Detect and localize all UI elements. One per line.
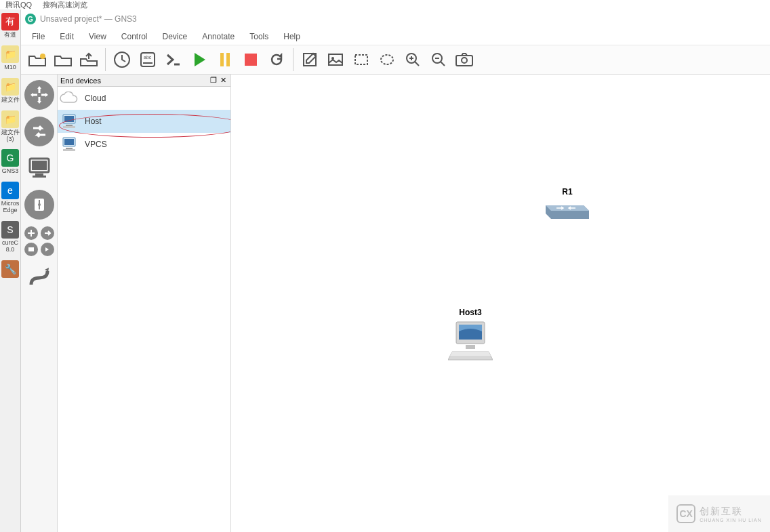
toolbar-rectangle-icon[interactable] [349,47,373,72]
router-icon [543,199,592,223]
desktop-icon[interactable]: ScureC 8.0 [1,221,20,253]
svg-rect-26 [63,126,75,128]
host-icon [448,319,493,363]
device-toolbar [21,75,58,532]
title-bar: G Unsaved project* — GNS3 [21,9,770,28]
toolbar-screenshot-icon[interactable] [452,47,477,72]
device-mini-group [24,226,54,256]
toolbar-separator [293,48,293,71]
browser-tab[interactable]: 搜狗高速浏览 [37,0,93,9]
device-item-cloud[interactable]: Cloud [58,87,230,110]
toolbar-export-icon[interactable] [77,47,101,72]
desktop-icon[interactable]: 📁建文件 (3) [1,110,20,143]
toolbar-zoom-out-icon[interactable] [426,47,451,72]
panel-close-icon[interactable]: ✕ [218,76,228,85]
menubar: File Edit View Control Device Annotate T… [21,28,770,45]
watermark-sub: CHUANG XIN HU LIAN [700,518,762,523]
toolbar-config-icon[interactable]: abc [136,47,160,72]
device-link-icon[interactable] [24,263,54,293]
device-mini-icon[interactable] [24,226,38,240]
toolbar-play-icon[interactable] [187,47,211,72]
menu-edit[interactable]: Edit [53,30,81,43]
menu-tools[interactable]: Tools [243,30,275,43]
node-router[interactable]: R1 [543,187,592,223]
device-mini-icon[interactable] [24,243,38,256]
desktop-icon[interactable]: eMicros Edge [1,182,20,214]
window-title: Unsaved project* — GNS3 [40,14,137,24]
svg-rect-19 [33,176,46,178]
desktop-icon[interactable]: GGNS3 [1,149,20,175]
toolbar-stop-icon[interactable] [239,47,263,72]
menu-device[interactable]: Device [156,30,195,43]
svg-rect-8 [329,54,342,65]
device-switches-icon[interactable] [24,117,54,146]
device-item-label: VPCS [85,140,107,149]
devices-panel: End devices ❐ ✕ Cloud Host VPCS [58,75,231,532]
host-icon [59,112,79,131]
svg-rect-18 [35,173,43,176]
toolbar-note-icon[interactable] [298,47,322,72]
toolbar-zoom-in-icon[interactable] [401,47,425,72]
svg-rect-17 [32,161,47,170]
node-host[interactable]: Host3 [448,308,493,363]
device-item-label: Cloud [85,94,106,103]
app-logo-icon: G [25,14,36,24]
browser-tab[interactable]: 腾讯QQ [0,0,37,9]
menu-view[interactable]: View [82,30,113,43]
svg-rect-30 [63,149,75,151]
desktop-icon[interactable]: 🔧 [1,260,20,279]
menu-control[interactable]: Control [115,30,155,43]
menu-file[interactable]: File [25,30,52,43]
svg-point-11 [381,55,393,64]
svg-rect-4 [220,53,224,66]
cloud-icon [59,89,79,108]
svg-rect-6 [245,54,257,66]
topology-canvas[interactable]: R1 Host3 [231,75,770,532]
svg-rect-22 [28,247,34,251]
svg-text:abc: abc [144,55,152,60]
watermark: CX 创新互联 CHUANG XIN HU LIAN [668,495,770,532]
desktop-icon[interactable]: 📁建文件 [1,78,20,104]
watermark-logo-icon: CX [676,504,695,523]
device-mini-icon[interactable] [41,226,54,240]
device-mini-icon[interactable] [41,243,54,256]
panel-title: End devices [60,77,209,85]
monitor-icon [59,135,79,154]
device-end-devices-icon[interactable] [24,153,54,183]
toolbar-console-icon[interactable] [161,47,186,72]
device-item-host[interactable]: Host [58,110,230,133]
svg-rect-5 [226,53,230,66]
panel-header: End devices ❐ ✕ [58,75,230,87]
svg-rect-33 [466,345,475,349]
svg-rect-25 [66,125,73,126]
browser-tab-strip: 腾讯QQ 搜狗高速浏览 [0,0,770,9]
watermark-brand: 创新互联 [700,506,762,518]
desktop-icon-strip: 有有道 📁M10 📁建文件 📁建文件 (3) GGNS3 eMicros Edg… [0,9,20,532]
desktop-icon[interactable]: 有有道 [1,13,20,39]
svg-rect-29 [66,148,73,149]
device-item-label: Host [85,117,102,126]
menu-help[interactable]: Help [277,30,307,43]
toolbar-pause-icon[interactable] [213,47,237,72]
svg-point-21 [38,203,41,206]
toolbar-clock-icon[interactable] [110,47,134,72]
toolbar-separator [105,48,106,71]
device-routers-icon[interactable] [24,80,54,110]
device-list: Cloud Host VPCS [58,87,230,532]
app-window: G Unsaved project* — GNS3 File Edit View… [20,9,770,532]
desktop-icon[interactable]: 📁M10 [1,45,20,71]
panel-dock-icon[interactable]: ❐ [209,76,218,85]
toolbar-image-icon[interactable] [323,47,348,72]
node-label: R1 [543,187,592,197]
body-area: End devices ❐ ✕ Cloud Host VPCS [21,75,770,532]
svg-rect-28 [64,139,74,145]
node-label: Host3 [448,308,493,317]
toolbar-ellipse-icon[interactable] [375,47,399,72]
menu-annotate[interactable]: Annotate [195,30,241,43]
device-security-icon[interactable] [24,190,54,220]
toolbar-open-icon[interactable] [25,47,49,72]
device-item-vpcs[interactable]: VPCS [58,133,230,156]
toolbar-reload-icon[interactable] [264,47,289,72]
svg-rect-24 [64,116,74,122]
toolbar-folder-icon[interactable] [51,47,75,72]
